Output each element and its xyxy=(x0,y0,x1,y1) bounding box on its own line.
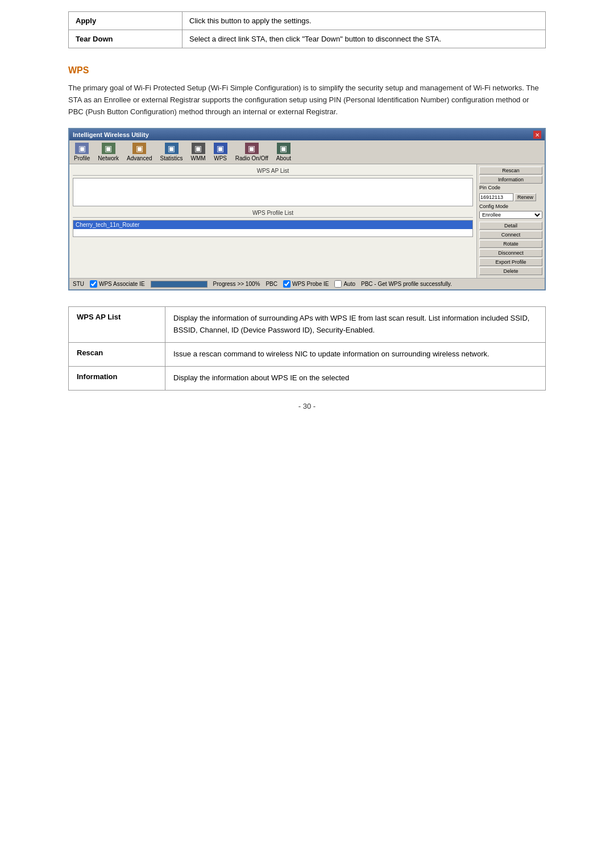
top-table-label: Tear Down xyxy=(69,30,182,48)
toolbar-label: About xyxy=(276,155,291,161)
toolbar-label: WMM xyxy=(191,155,206,161)
detail-table-description: Display the information of surrounding A… xyxy=(165,307,546,343)
toolbar-item-advanced[interactable]: ▣Advanced xyxy=(127,143,152,161)
wps-profile-list-label: WPS Profile List xyxy=(73,210,473,218)
wps-description: The primary goal of Wi-Fi Protected Setu… xyxy=(68,82,546,118)
utility-toolbar: ▣Profile▣Network▣Advanced▣Statistics▣WMM… xyxy=(69,140,545,164)
stu-label: STU xyxy=(73,281,84,287)
detail-button[interactable]: Detail xyxy=(479,222,542,230)
toolbar-item-network[interactable]: ▣Network xyxy=(98,143,119,161)
toolbar-label: Network xyxy=(98,155,119,161)
pin-code-label: Pin Code xyxy=(479,185,500,190)
pin-code-input[interactable] xyxy=(479,193,513,201)
pin-code-row: Pin Code xyxy=(479,185,542,191)
profile-row-selected[interactable]: Cherry_tech_11n_Router xyxy=(73,221,472,229)
stu-item: STU xyxy=(73,281,84,287)
toolbar-item-profile[interactable]: ▣Profile xyxy=(74,143,90,161)
wps-associate-checkbox[interactable] xyxy=(90,280,97,288)
wps-probe-checkbox-item: WPS Probe IE xyxy=(283,280,329,288)
status-text: PBC - Get WPS profile successfully. xyxy=(361,281,452,287)
detail-table: WPS AP ListDisplay the information of su… xyxy=(68,306,546,390)
toolbar-item-radio-on/off[interactable]: ▣Radio On/Off xyxy=(235,143,268,161)
toolbar-item-wmm[interactable]: ▣WMM xyxy=(191,143,206,161)
auto-checkbox[interactable] xyxy=(334,280,342,288)
rescan-button[interactable]: Rescan xyxy=(479,167,542,175)
detail-table-label: Information xyxy=(69,366,165,390)
renew-button[interactable]: Renew xyxy=(515,193,536,201)
wps-associate-label: WPS Associate IE xyxy=(99,281,145,287)
information-button[interactable]: Information xyxy=(479,176,542,184)
wps-associate-checkbox-item: WPS Associate IE xyxy=(90,280,145,288)
delete-button[interactable]: Delete xyxy=(479,267,542,275)
detail-table-label: WPS AP List xyxy=(69,307,165,343)
advanced-icon: ▣ xyxy=(132,143,146,154)
wps-probe-checkbox[interactable] xyxy=(283,280,291,288)
utility-titlebar: Intelligent Wireless Utility ✕ xyxy=(69,129,545,140)
ap-list-box[interactable] xyxy=(73,178,473,206)
toolbar-label: Profile xyxy=(74,155,90,161)
pbc-label: PBC xyxy=(265,281,277,287)
radio-icon: ▣ xyxy=(245,143,259,154)
utility-content: WPS AP List WPS Profile List Cherry_tech… xyxy=(69,164,545,278)
top-table: ApplyClick this button to apply the sett… xyxy=(68,11,546,48)
utility-sidebar: Rescan Information Pin Code Renew Config… xyxy=(476,164,545,278)
top-table-description: Click this button to apply the settings. xyxy=(182,12,546,30)
wps-icon: ▣ xyxy=(214,143,227,154)
network-icon: ▣ xyxy=(102,143,115,154)
close-button[interactable]: ✕ xyxy=(533,131,541,139)
stats-icon: ▣ xyxy=(165,143,179,154)
profile-list-box[interactable]: Cherry_tech_11n_Router xyxy=(73,220,473,237)
toolbar-label: Radio On/Off xyxy=(235,155,268,161)
toolbar-item-statistics[interactable]: ▣Statistics xyxy=(160,143,183,161)
detail-table-description: Issue a rescan command to wireless NIC t… xyxy=(165,342,546,366)
progress-label: Progress >> 100% xyxy=(213,281,260,287)
detail-table-label: Rescan xyxy=(69,342,165,366)
top-table-label: Apply xyxy=(69,12,182,30)
config-mode-select[interactable]: Enrollee xyxy=(479,211,542,219)
auto-checkbox-item: Auto xyxy=(334,280,355,288)
profile-icon: ▣ xyxy=(75,143,89,154)
bottom-status-bar: STU WPS Associate IE Progress >> 100% PB… xyxy=(69,278,545,289)
wmm-icon: ▣ xyxy=(192,143,205,154)
wps-probe-label: WPS Probe IE xyxy=(292,281,329,287)
pin-code-input-row: Renew xyxy=(479,193,542,201)
toolbar-label: WPS xyxy=(214,155,227,161)
progress-bar xyxy=(151,281,208,288)
connect-button[interactable]: Connect xyxy=(479,231,542,239)
utility-main: WPS AP List WPS Profile List Cherry_tech… xyxy=(69,164,476,278)
auto-label: Auto xyxy=(343,281,355,287)
wps-heading: WPS xyxy=(68,65,546,76)
utility-window: Intelligent Wireless Utility ✕ ▣Profile▣… xyxy=(68,128,546,290)
wps-ap-list-label: WPS AP List xyxy=(73,168,473,176)
utility-title: Intelligent Wireless Utility xyxy=(73,131,149,138)
config-mode-label: Config Mode xyxy=(479,203,542,209)
toolbar-label: Advanced xyxy=(127,155,152,161)
toolbar-item-wps[interactable]: ▣WPS xyxy=(214,143,227,161)
pbc-item: PBC xyxy=(265,281,277,287)
toolbar-item-about[interactable]: ▣About xyxy=(276,143,291,161)
disconnect-button[interactable]: Disconnect xyxy=(479,249,542,257)
page-number: - 30 - xyxy=(68,402,546,410)
detail-table-description: Display the information about WPS IE on … xyxy=(165,366,546,390)
export-profile-button[interactable]: Export Profile xyxy=(479,258,542,266)
progress-fill xyxy=(151,281,207,287)
top-table-description: Select a direct link STA, then click "Te… xyxy=(182,30,546,48)
about-icon: ▣ xyxy=(277,143,291,154)
rotate-button[interactable]: Rotate xyxy=(479,240,542,248)
toolbar-label: Statistics xyxy=(160,155,183,161)
